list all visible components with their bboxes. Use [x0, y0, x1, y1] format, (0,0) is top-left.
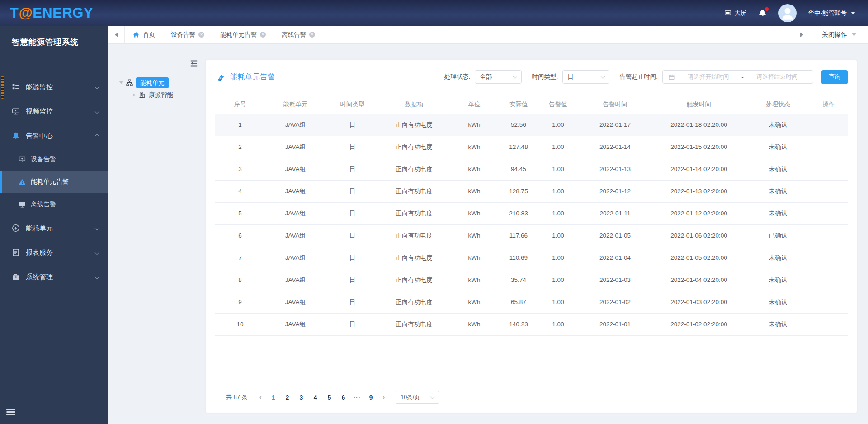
page-ellipsis[interactable]: ···	[351, 394, 363, 401]
table-cell: JAVA组	[265, 291, 326, 313]
date-range-input[interactable]: 请选择开始时间 - 请选择结束时间	[662, 70, 813, 84]
tabs-scroll-left-button[interactable]	[108, 26, 125, 43]
chevron-down-icon	[601, 74, 605, 79]
avatar[interactable]	[778, 4, 797, 22]
table-cell: 52.56	[500, 114, 538, 136]
tree-node-root[interactable]: 能耗单元	[119, 76, 206, 89]
page-button-5[interactable]: 5	[323, 392, 335, 403]
collapse-tree-icon[interactable]	[189, 59, 198, 68]
sidebar-item-label: 能源监控	[26, 83, 53, 91]
device-alarm-icon	[19, 156, 26, 163]
sidebar-item-device-alarm[interactable]: 设备告警	[0, 148, 108, 171]
table-cell: 未确认	[746, 269, 810, 291]
close-icon[interactable]: ✕	[260, 32, 266, 38]
calendar-icon	[668, 74, 675, 81]
table-cell: 2022-01-04	[579, 247, 651, 269]
table-cell: JAVA组	[265, 224, 326, 247]
table-cell: 65.87	[500, 291, 538, 313]
table-cell: 2022-01-01	[579, 313, 651, 335]
video-monitor-icon	[12, 107, 20, 115]
table-cell: JAVA组	[265, 114, 326, 136]
table-cell: 日	[326, 136, 379, 158]
sidebar-item-report-service[interactable]: 报表服务	[0, 240, 108, 265]
table-cell: 未确认	[746, 136, 810, 158]
table-cell: 8	[215, 269, 265, 291]
start-time-placeholder[interactable]: 请选择开始时间	[678, 73, 739, 81]
sidebar-item-alarm-center[interactable]: 告警中心	[0, 124, 108, 148]
table-body: 1JAVA组日正向有功电度kWh52.561.002022-01-172022-…	[215, 114, 848, 335]
tabs-scroll-right-button[interactable]	[793, 26, 810, 43]
tab-energy-unit-alarm[interactable]: 能耗单元告警✕	[212, 26, 274, 43]
close-operations-dropdown[interactable]: 关闭操作	[810, 26, 868, 43]
table-cell: 2	[215, 136, 265, 158]
table-cell: JAVA组	[265, 136, 326, 158]
sidebar-item-video-monitor[interactable]: 视频监控	[0, 99, 108, 124]
caret-right-icon[interactable]	[133, 93, 136, 97]
close-icon[interactable]: ✕	[309, 32, 315, 38]
table-cell: 3	[215, 158, 265, 180]
page-button-2[interactable]: 2	[281, 392, 293, 403]
sidebar-item-label: 视频监控	[26, 107, 53, 116]
table-cell: 5	[215, 202, 265, 224]
chevron-down-icon	[95, 109, 99, 114]
panel-header: 能耗单元告警 处理状态: 全部 时间类型: 日 告警起止时间:	[206, 60, 857, 90]
tab-offline-alarm[interactable]: 离线告警✕	[274, 26, 323, 43]
page-button-3[interactable]: 3	[295, 392, 307, 403]
sidebar-collapse-toggle[interactable]	[6, 407, 15, 417]
page-button-1[interactable]: 1	[267, 392, 279, 403]
sidebar-item-energy-unit[interactable]: 能耗单元	[0, 216, 108, 240]
table-cell: 117.66	[500, 224, 538, 247]
table-cell: 1.00	[538, 114, 579, 136]
tab-label: 设备告警	[171, 31, 195, 39]
arrow-left-icon	[115, 32, 118, 38]
table-cell: 1.00	[538, 313, 579, 335]
page-button-6[interactable]: 6	[337, 392, 349, 403]
tab-home[interactable]: 首页	[125, 26, 163, 43]
table-cell: 6	[215, 224, 265, 247]
big-screen-button[interactable]: 大屏	[724, 9, 747, 17]
page-size-select[interactable]: 10条/页	[396, 391, 439, 404]
account-menu[interactable]: 华中-能管账号	[808, 9, 856, 17]
page-button-9[interactable]: 9	[365, 392, 377, 403]
sidebar-item-energy-unit-alarm[interactable]: 能耗单元告警	[0, 171, 108, 193]
sidebar-item-offline-alarm[interactable]: 离线告警	[0, 193, 108, 216]
tab-device-alarm[interactable]: 设备告警✕	[163, 26, 212, 43]
sidebar-item-energy-monitor[interactable]: 能源监控	[0, 75, 108, 99]
table-cell: kWh	[449, 291, 500, 313]
system-title: 智慧能源管理系统	[0, 26, 108, 48]
column-header: 处理状态	[746, 95, 810, 114]
table-cell: 正向有功电度	[379, 180, 449, 202]
range-separator: -	[741, 74, 744, 81]
next-page-button[interactable]: ›	[379, 393, 388, 401]
prev-page-button[interactable]: ‹	[256, 393, 265, 401]
org-tree-icon	[126, 79, 133, 86]
table-cell: 正向有功电度	[379, 291, 449, 313]
tree-node-child[interactable]: 康派智能	[119, 89, 206, 101]
end-time-placeholder[interactable]: 请选择结束时间	[746, 73, 807, 81]
column-header: 触发时间	[651, 95, 746, 114]
table-cell: 未确认	[746, 114, 810, 136]
table-cell: 未确认	[746, 180, 810, 202]
column-header: 单位	[449, 95, 500, 114]
search-button[interactable]: 查询	[821, 70, 848, 84]
table-cell: JAVA组	[265, 313, 326, 335]
time-type-select[interactable]: 日	[562, 70, 609, 84]
page-button-4[interactable]: 4	[309, 392, 321, 403]
sidebar-item-system-management[interactable]: 系统管理	[0, 265, 108, 289]
status-select[interactable]: 全部	[475, 70, 522, 84]
table-row: 1JAVA组日正向有功电度kWh52.561.002022-01-172022-…	[215, 114, 848, 136]
close-icon[interactable]: ✕	[198, 32, 204, 38]
table-cell: 4	[215, 180, 265, 202]
caret-down-icon[interactable]	[119, 81, 123, 84]
table-cell	[810, 202, 848, 224]
table-cell: 2022-01-06 02:20:00	[651, 224, 746, 247]
table-cell: 2022-01-05	[579, 224, 651, 247]
table-cell: 日	[326, 224, 379, 247]
home-icon	[132, 31, 140, 38]
table-cell: JAVA组	[265, 247, 326, 269]
alarm-table-wrap: 序号能耗单元时间类型数据项单位实际值告警值告警时间触发时间处理状态操作 1JAV…	[206, 90, 857, 336]
notifications-button[interactable]	[759, 9, 767, 17]
tree-node-root-label: 能耗单元	[136, 77, 169, 88]
table-cell: 10	[215, 313, 265, 335]
table-cell: 正向有功电度	[379, 202, 449, 224]
